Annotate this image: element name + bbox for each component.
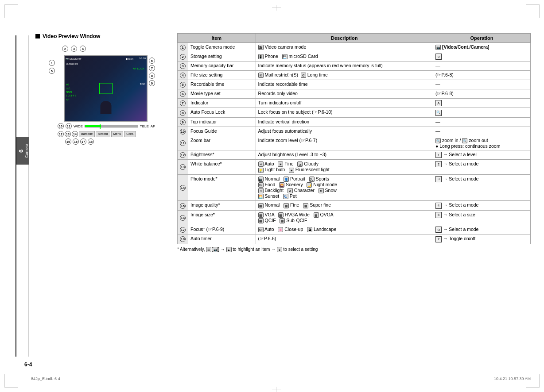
af-lock-display: AF LOCK bbox=[133, 67, 144, 70]
item-name: File size setting bbox=[188, 71, 256, 80]
row-number: 18 bbox=[178, 234, 188, 244]
record-button[interactable]: Record bbox=[96, 131, 110, 137]
callout-16: 16 bbox=[73, 138, 79, 145]
row-number: 11 bbox=[178, 136, 188, 150]
item-desc: ☀ Auto ☀ Fine ☁ Cloudy 💡 Light bulb ☀ Fl… bbox=[256, 160, 433, 174]
table-row: 8 Auto Focus Lock Lock focus on the subj… bbox=[178, 108, 531, 117]
item-desc: Indicate zoom level (☞P.6-7) bbox=[256, 136, 433, 150]
callout-7: 7 bbox=[149, 65, 155, 71]
item-name: Auto Focus Lock bbox=[188, 108, 256, 117]
row-number: 13 bbox=[178, 160, 188, 174]
callout-1: 1 bbox=[49, 60, 55, 66]
camera-screen-inner: 📷 MEMORY 10:10 ▶Icon 00:00:45 AF LOCK bbox=[65, 56, 147, 121]
table-row: 9 Top indicator Indicate vertical direct… bbox=[178, 117, 531, 127]
border-corner-bl bbox=[4, 374, 18, 388]
row-number: 16 bbox=[178, 210, 188, 225]
table-row: 13 White balance* ☀ Auto ☀ Fine ☁ Cloudy… bbox=[178, 160, 531, 174]
barcode-button[interactable]: Barcode bbox=[79, 131, 95, 137]
row-number: 17 bbox=[178, 225, 188, 234]
item-desc: ▦ Normal ▦ Fine ▦ Super fine bbox=[256, 201, 433, 210]
memory-label: MEMORY bbox=[70, 58, 82, 60]
callout-8: 8 bbox=[149, 73, 155, 79]
menu-button[interactable]: Menu bbox=[111, 131, 124, 137]
chapter-tab: 6 Camera bbox=[16, 137, 29, 165]
table-row: 1 Toggle Camera mode 🎥 Video camera mode… bbox=[178, 43, 531, 52]
table-row: 15 Image quality* ▦ Normal ▦ Fine ▦ Supe… bbox=[178, 201, 531, 210]
item-desc: AF Auto 🌸 Close-up 🏔 Landscape bbox=[256, 225, 433, 234]
item-op: — bbox=[433, 80, 531, 89]
main-table: Item Description Operation 1 Toggle Came… bbox=[177, 33, 531, 370]
camera-buttons: 12 13 14 Barcode Record Menu Cont. bbox=[58, 131, 155, 137]
top-icons: ▶Icon bbox=[91, 57, 133, 60]
item-op: 1 → Select a level bbox=[433, 150, 531, 159]
camera-preview: 2 3 4 1 5 📷 bbox=[49, 42, 155, 145]
item-desc: ▦ VGA ▦ HVGA Wide ▦ QVGA ▦ QCIF ▦ Sub-QC… bbox=[256, 210, 433, 225]
row-number: 4 bbox=[178, 71, 188, 80]
callout-5: 5 bbox=[49, 68, 55, 74]
item-desc: Turn indicators on/off bbox=[256, 99, 433, 108]
table-row: 16 Image size* ▦ VGA ▦ HVGA Wide ▦ QVGA … bbox=[178, 210, 531, 225]
item-name: Indicator bbox=[188, 99, 256, 108]
header-description: Description bbox=[256, 34, 433, 43]
callout-6: 6 bbox=[149, 58, 155, 64]
item-desc: Indicate memory status (appears in red w… bbox=[256, 61, 433, 71]
callout-18: 18 bbox=[88, 138, 94, 145]
item-name: Image quality* bbox=[188, 201, 256, 210]
item-desc: Adjust focus automatically bbox=[256, 127, 433, 136]
item-name: Zoom bar bbox=[188, 136, 256, 150]
item-op: — bbox=[433, 117, 531, 127]
item-name: Focus Guide bbox=[188, 127, 256, 136]
row-number: 1 bbox=[178, 43, 188, 52]
callout-10: 10 bbox=[58, 123, 64, 129]
header-item: Item bbox=[178, 34, 256, 43]
item-op: 📷 [Video/Cont./Camera] bbox=[433, 43, 531, 52]
item-name: Image size* bbox=[188, 210, 256, 225]
table-row: 11 Zoom bar Indicate zoom level (☞P.6-7)… bbox=[178, 136, 531, 150]
item-op: (☞P.6-8) bbox=[433, 89, 531, 99]
row-number: 14 bbox=[178, 174, 188, 201]
page-number: 6-4 bbox=[24, 361, 32, 368]
zoom-bar: 10 11 WIDE TELE AF bbox=[58, 123, 155, 129]
wide-label: WIDE bbox=[74, 124, 83, 128]
chapter-number: 6 bbox=[18, 149, 24, 152]
footnote: * Alternatively, ☰[📷] → ▲ to highlight a… bbox=[177, 247, 531, 252]
table-row: 3 Memory capacity bar Indicate memory st… bbox=[178, 61, 531, 71]
item-desc: Lock focus on the subject (☞P.6-10) bbox=[256, 108, 433, 117]
table-row: 12 Brightness* Adjust brightness (Level … bbox=[178, 150, 531, 159]
item-desc: Records only video bbox=[256, 89, 433, 99]
item-op: 7 → Toggle on/off bbox=[433, 234, 531, 244]
item-desc: 📱 Phone 💾 microSD Card bbox=[256, 52, 433, 61]
item-name: White balance* bbox=[188, 160, 256, 174]
item-op: (☞P.6-8) bbox=[433, 71, 531, 80]
row-number: 5 bbox=[178, 80, 188, 89]
chapter-label: Camera bbox=[24, 144, 29, 158]
row-number: 15 bbox=[178, 201, 188, 210]
callout-11: 11 bbox=[66, 123, 72, 129]
callout-17: 17 bbox=[80, 138, 86, 145]
focus-guide-box bbox=[99, 83, 113, 94]
item-desc: 📷 Normal 👤 Portrait ⚽ Sports 🍽 Food 🌄 Sc… bbox=[256, 174, 433, 201]
row-number: 6 bbox=[178, 89, 188, 99]
item-name: Photo mode* bbox=[188, 174, 256, 201]
left-sidebar: 6 Camera bbox=[16, 35, 29, 357]
row-number: 12 bbox=[178, 150, 188, 159]
table-row: 4 File size setting ✉ Mail restrict'n(S)… bbox=[178, 71, 531, 80]
camera-screen: 📷 MEMORY 10:10 ▶Icon 00:00:45 AF LOCK bbox=[64, 55, 148, 122]
left-panel: 2 3 4 1 5 📷 bbox=[35, 42, 177, 145]
item-op: 3 → Select a mode bbox=[433, 174, 531, 201]
features-table: Item Description Operation 1 Toggle Came… bbox=[177, 33, 531, 244]
item-name: Top indicator bbox=[188, 117, 256, 127]
table-row: 6 Movie type set Records only video (☞P.… bbox=[178, 89, 531, 99]
item-op: 🔍 zoom in / 🔍 zoom out ● Long press: con… bbox=[433, 136, 531, 150]
section-title-icon bbox=[35, 34, 40, 38]
item-desc: Indicate recordable time bbox=[256, 80, 433, 89]
cont-button[interactable]: Cont. bbox=[124, 131, 136, 137]
item-name: Toggle Camera mode bbox=[188, 43, 256, 52]
item-name: Focus* (☞P.6-9) bbox=[188, 225, 256, 234]
header-operation: Operation bbox=[433, 34, 531, 43]
row-number: 9 bbox=[178, 117, 188, 127]
item-desc: 🎥 Video camera mode bbox=[256, 43, 433, 52]
item-name: Brightness* bbox=[188, 150, 256, 159]
table-row: 5 Recordable time Indicate recordable ti… bbox=[178, 80, 531, 89]
file-info-left: 842p_E.indb 6-4 bbox=[31, 377, 60, 381]
